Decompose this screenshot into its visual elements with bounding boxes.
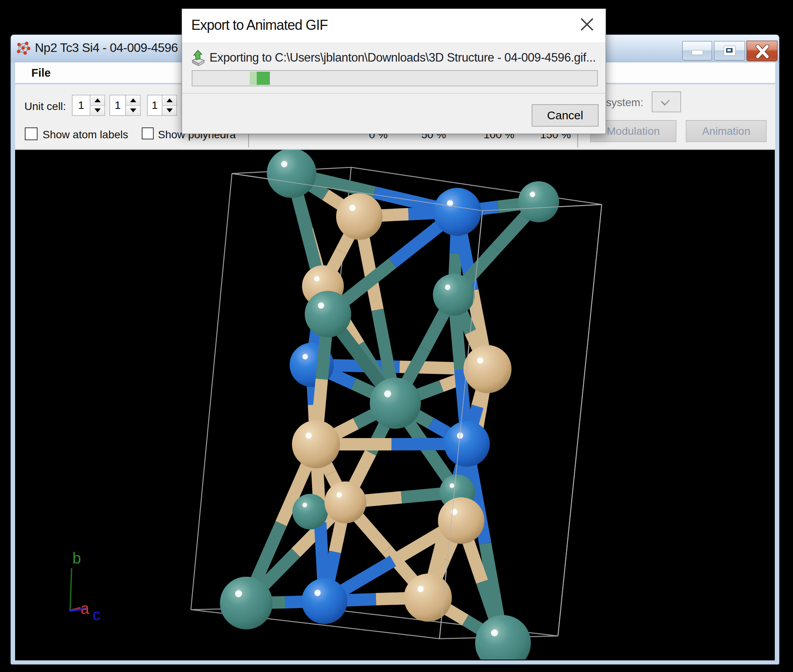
svg-text:c: c <box>93 606 100 623</box>
svg-text:b: b <box>72 550 81 567</box>
svg-text:a: a <box>81 600 89 617</box>
